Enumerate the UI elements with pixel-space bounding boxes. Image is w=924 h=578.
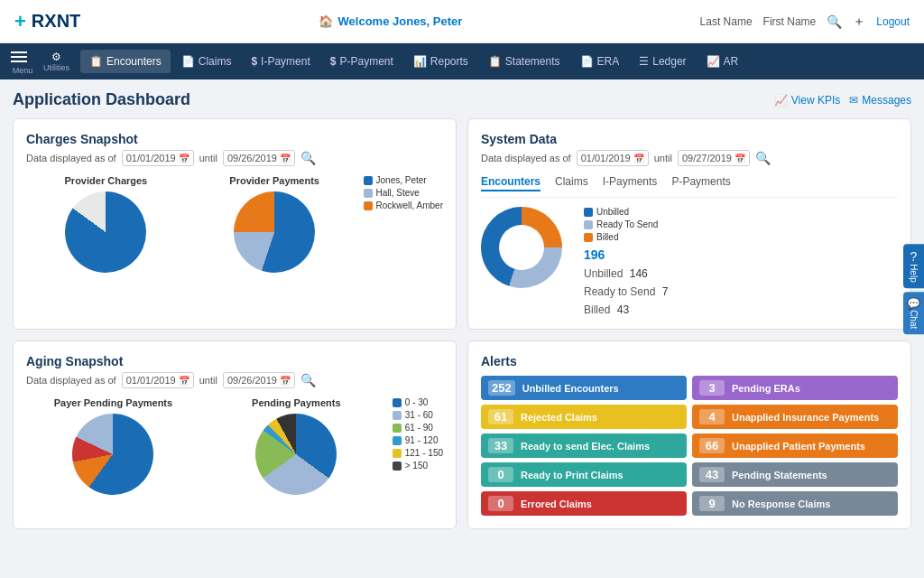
legend-dot-rockwell — [364, 201, 373, 210]
plus-icon[interactable]: ＋ — [853, 14, 865, 30]
nav-item-ipayment[interactable]: $ I-Payment — [242, 50, 319, 73]
search-icon[interactable]: 🔍 — [827, 14, 842, 29]
utilities-button[interactable]: ⚙ Utilities — [43, 51, 69, 72]
chat-button[interactable]: 💬 Chat — [903, 292, 924, 334]
logout-button[interactable]: Logout — [876, 15, 910, 28]
alert-rejected-claims[interactable]: 61 Rejected Claims — [481, 405, 687, 429]
question-icon: ? — [910, 249, 918, 264]
nav-item-era[interactable]: 📄 ERA — [571, 50, 629, 73]
charges-snapshot-card: Charges Snapshot Data displayed as of 01… — [13, 118, 457, 330]
messages-button[interactable]: ✉ Messages — [849, 94, 911, 107]
payer-pending-pie — [72, 414, 153, 495]
encounters-donut — [481, 207, 562, 288]
donut-hole — [499, 225, 544, 270]
alert-unapplied-patient[interactable]: 66 Unapplied Patient Payments — [692, 434, 898, 458]
aging-date-from[interactable]: 01/01/2019 📅 — [122, 372, 194, 388]
legend-dot-0-30 — [393, 398, 402, 407]
chat-icon: 💬 — [907, 297, 920, 310]
help-button[interactable]: ? Help — [903, 244, 924, 288]
legend-gt-150: > 150 — [393, 461, 443, 471]
era-nav-icon: 📄 — [580, 55, 594, 68]
charges-snapshot-title: Charges Snapshot — [26, 132, 443, 146]
system-search-button[interactable]: 🔍 — [755, 151, 771, 165]
legend-dot-121-150 — [393, 449, 402, 458]
alert-pending-eras[interactable]: 3 Pending ERAs — [692, 376, 898, 400]
welcome-text: Welcome Jones, Peter — [338, 14, 463, 28]
payer-pending-label: Payer Pending Payments — [54, 397, 172, 408]
alert-pending-statements[interactable]: 43 Pending Statements — [692, 462, 898, 487]
provider-payments-label: Provider Payments — [229, 175, 319, 186]
pending-payments-label: Pending Payments — [252, 397, 340, 408]
charges-date-from[interactable]: 01/01/2019 📅 — [122, 150, 194, 166]
aging-snapshot-card: Aging Snapshot Data displayed as of 01/0… — [13, 340, 457, 529]
provider-payments-pie — [234, 191, 315, 273]
nav-item-encounters[interactable]: 📋 Encounters — [80, 50, 171, 73]
aging-search-button[interactable]: 🔍 — [300, 373, 316, 387]
kpis-icon: 📈 — [774, 94, 788, 107]
legend-dot-hall — [364, 189, 373, 198]
nav-item-ledger[interactable]: ☰ Ledger — [630, 50, 695, 73]
ipayment-nav-icon: $ — [251, 55, 257, 68]
nav-item-ar[interactable]: 📈 AR — [698, 50, 748, 73]
tab-claims[interactable]: Claims — [555, 175, 588, 191]
statements-nav-icon: 📋 — [488, 55, 502, 68]
logo-text: RXNT — [32, 11, 80, 32]
logo: + RXNT — [14, 10, 80, 33]
legend-dot-ready-send — [584, 220, 593, 229]
system-stats-area: Unbilled Ready To Send Billed 196 — [584, 207, 668, 316]
alert-unbilled-encounters[interactable]: 252 Unbilled Encounters — [481, 376, 687, 400]
provider-charges-label: Provider Charges — [65, 175, 148, 186]
charges-search-button[interactable]: 🔍 — [300, 151, 316, 165]
menu-button[interactable]: Menu — [7, 48, 38, 75]
nav-items: 📋 Encounters 📄 Claims $ I-Payment $ P-Pa… — [80, 50, 747, 73]
alerts-title: Alerts — [481, 354, 898, 368]
tab-encounters[interactable]: Encounters — [481, 175, 541, 191]
claims-nav-icon: 📄 — [181, 55, 195, 68]
gear-icon: ⚙ — [51, 51, 61, 63]
nav-item-reports[interactable]: 📊 Reports — [404, 50, 477, 73]
ppayment-nav-label: P-Payment — [339, 55, 393, 68]
legend-31-60: 31 - 60 — [393, 410, 443, 420]
nav-item-statements[interactable]: 📋 Statements — [479, 50, 569, 73]
ipayment-nav-label: I-Payment — [261, 55, 310, 68]
nav-item-claims[interactable]: 📄 Claims — [172, 50, 241, 73]
aging-date-until[interactable]: 09/26/2019 📅 — [223, 372, 295, 388]
ledger-nav-icon: ☰ — [639, 55, 649, 68]
encounters-nav-label: Encounters — [106, 55, 162, 68]
alert-errored-claims[interactable]: 0 Errored Claims — [481, 491, 687, 516]
side-help-panel: ? Help 💬 Chat — [903, 244, 924, 334]
menu-label: Menu — [13, 66, 33, 75]
alerts-card: Alerts 252 Unbilled Encounters 61 Reject… — [467, 340, 911, 529]
nav-bar: Menu ⚙ Utilities 📋 Encounters 📄 Claims $… — [0, 43, 924, 79]
provider-payments-chart: Provider Payments — [195, 175, 355, 273]
charges-charts-row: Provider Charges Provider Payments Jones… — [26, 175, 443, 273]
view-kpis-button[interactable]: 📈 View KPIs — [774, 94, 840, 107]
alert-ready-print[interactable]: 0 Ready to Print Claims — [481, 462, 687, 487]
aging-date-row: Data displayed as of 01/01/2019 📅 until … — [26, 372, 443, 388]
alert-ready-send-elec[interactable]: 33 Ready to send Elec. Claims — [481, 434, 687, 458]
header-right: Last Name First Name 🔍 ＋ Logout — [700, 14, 910, 30]
system-date-from[interactable]: 01/01/2019 📅 — [577, 150, 649, 166]
charges-date-until[interactable]: 09/26/2019 📅 — [223, 150, 295, 166]
alert-no-response[interactable]: 9 No Response Claims — [692, 491, 898, 516]
system-date-row: Data displayed as of 01/01/2019 📅 until … — [481, 150, 898, 166]
sys-cal-icon: 📅 — [633, 154, 644, 163]
system-stat-unbilled: Unbilled 146 — [584, 267, 668, 280]
aging-cal-icon: 📅 — [179, 376, 189, 386]
legend-0-30: 0 - 30 — [393, 397, 443, 407]
alert-unapplied-insurance[interactable]: 4 Unapplied Insurance Payments — [692, 405, 898, 429]
tab-ppayments[interactable]: P-Payments — [671, 175, 730, 191]
system-data-title: System Data — [481, 132, 898, 146]
alerts-grid: 252 Unbilled Encounters 61 Rejected Clai… — [481, 376, 898, 516]
nav-item-ppayment[interactable]: $ P-Payment — [321, 50, 402, 73]
legend-item-ready-send: Ready To Send — [584, 219, 668, 229]
legend-dot-billed — [584, 233, 593, 242]
legend-dot-31-60 — [393, 411, 402, 420]
legend-121-150: 121 - 150 — [393, 448, 443, 458]
aging-snapshot-title: Aging Snapshot — [26, 354, 443, 368]
system-date-until[interactable]: 09/27/2019 📅 — [678, 150, 750, 166]
legend-item-unbilled: Unbilled — [584, 207, 668, 217]
legend-dot-91-120 — [393, 436, 402, 445]
tab-ipayments[interactable]: I-Payments — [603, 175, 658, 191]
page-header: Application Dashboard 📈 View KPIs ✉ Mess… — [13, 90, 911, 109]
